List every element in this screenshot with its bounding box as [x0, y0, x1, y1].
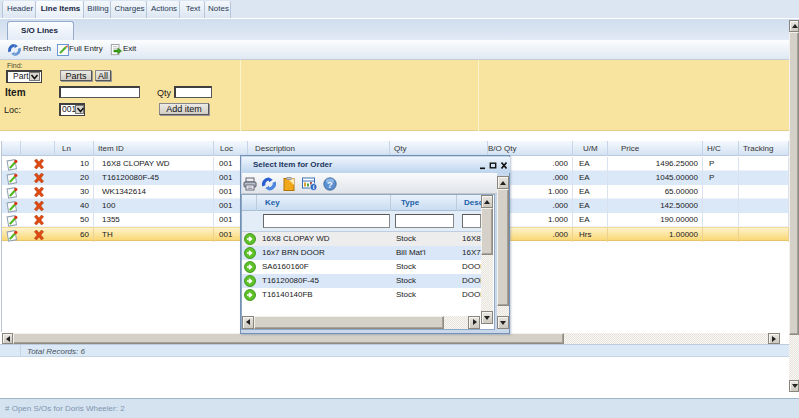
svg-text:?: ?: [327, 179, 333, 190]
